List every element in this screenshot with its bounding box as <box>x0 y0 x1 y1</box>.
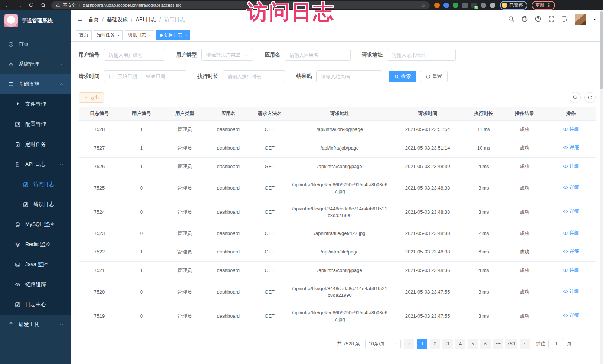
next-page-button[interactable]: › <box>520 339 530 349</box>
tab-job-log[interactable]: 调度日志× <box>125 30 154 40</box>
fullscreen-icon[interactable] <box>548 16 555 24</box>
user-type-select[interactable]: 请选择用户类型 <box>201 49 253 61</box>
font-size-icon[interactable] <box>561 16 568 24</box>
detail-link[interactable]: 详细 <box>563 248 579 255</box>
close-icon[interactable]: × <box>117 33 119 37</box>
filter-duration: 执行时长 <box>197 70 285 82</box>
more-pages-button[interactable]: ••• <box>493 339 503 349</box>
page-size-select[interactable]: 10条/页 <box>365 339 401 349</box>
detail-link[interactable]: 详细 <box>563 126 579 132</box>
app-logo-row[interactable]: 芋道管理系统 <box>0 10 71 31</box>
close-icon[interactable]: × <box>185 33 187 37</box>
sidebar-item-dev-tools[interactable]: 研发工具 <box>0 315 71 335</box>
sidebar-item-mysql[interactable]: MySQL 监控 <box>0 214 71 235</box>
extension-orange-icon[interactable] <box>434 3 440 8</box>
cell-duration: 4 ms <box>465 157 503 176</box>
breadcrumb-item[interactable]: 首页 <box>88 16 99 23</box>
sidebar-item-error-log[interactable]: 错误日志 <box>0 194 71 214</box>
date-range-separator: - <box>141 74 142 79</box>
browser-menu-icon[interactable]: ⋮ <box>547 3 551 8</box>
extension-grid-icon[interactable]: 翻 <box>471 3 477 8</box>
detail-link[interactable]: 详细 <box>563 144 579 151</box>
search-button[interactable]: 搜索 <box>389 71 416 82</box>
cell-action: 详细 <box>547 139 596 157</box>
edit-icon <box>15 302 20 308</box>
user-avatar[interactable] <box>575 14 586 25</box>
browser-update-button[interactable]: 更新 ⋮ <box>532 1 555 10</box>
extension-leaf-icon[interactable] <box>481 3 486 8</box>
cell-user-type: 管理员 <box>163 280 206 304</box>
detail-link[interactable]: 详细 <box>563 312 579 319</box>
sidebar-item-job[interactable]: 定时任务 <box>0 134 71 154</box>
docs-help-icon[interactable] <box>535 16 541 24</box>
sidebar-item-tracer[interactable]: 链路追踪 <box>0 275 71 295</box>
cell-id: 7520 <box>79 280 120 304</box>
sidebar-item-system[interactable]: 系统管理 <box>0 54 71 74</box>
address-bar[interactable]: 不安全 | dashboard.yudao.iocoder.cn/infra/l… <box>51 1 430 9</box>
sidebar-item-access-log[interactable]: 访问日志 <box>0 174 71 194</box>
filter-request-url-label: 请求地址 <box>362 52 383 58</box>
user-id-input[interactable] <box>104 49 165 61</box>
cell-id: 7521 <box>79 261 120 280</box>
export-button[interactable]: 导出 <box>79 92 104 103</box>
app-name-input[interactable] <box>285 49 351 61</box>
profile-chip[interactable]: 已暂停 <box>500 1 527 10</box>
detail-link-label: 详细 <box>570 208 579 215</box>
detail-link[interactable]: 详细 <box>563 288 579 295</box>
detail-link[interactable]: 详细 <box>563 184 579 191</box>
result-code-input[interactable] <box>316 70 382 82</box>
page-button-5[interactable]: 5 <box>468 339 478 349</box>
page-button-1[interactable]: 1 <box>417 339 427 349</box>
extension-green-icon[interactable] <box>453 3 458 8</box>
extension-pinwheel-icon[interactable] <box>490 3 495 8</box>
cell-method: GET <box>250 243 289 261</box>
page-button-3[interactable]: 3 <box>442 339 453 349</box>
github-icon[interactable] <box>521 16 528 24</box>
sidebar-item-home[interactable]: 首页 <box>0 34 71 54</box>
sidebar-item-java[interactable]: Java 监控 <box>0 255 71 275</box>
browser-forward-button[interactable]: → <box>16 2 23 8</box>
close-icon[interactable]: × <box>148 33 151 37</box>
reset-button[interactable]: 重置 <box>420 71 448 82</box>
detail-link[interactable]: 详细 <box>563 163 579 170</box>
sidebar-item-redis[interactable]: Redis 监控 <box>0 235 71 255</box>
sidebar-item-api-log[interactable]: API 日志 <box>0 154 71 174</box>
user-menu-caret-icon[interactable] <box>593 16 597 23</box>
sidebar-item-infra[interactable]: 基础设施 <box>0 74 71 94</box>
sidebar-item-config[interactable]: 配置管理 <box>0 114 71 134</box>
sidebar-item-file[interactable]: 文件管理 <box>0 94 71 114</box>
breadcrumb-item[interactable]: API 日志 <box>136 16 156 23</box>
detail-link[interactable]: 详细 <box>563 208 579 215</box>
detail-link[interactable]: 详细 <box>563 230 579 236</box>
request-url-input[interactable] <box>387 49 456 61</box>
page-button-6[interactable]: 6 <box>480 339 491 349</box>
browser-reload-button[interactable] <box>27 2 35 9</box>
detail-link[interactable]: 详细 <box>563 267 579 273</box>
page-button-4[interactable]: 4 <box>455 339 465 349</box>
page-button-753[interactable]: 753 <box>505 339 517 349</box>
toggle-search-button[interactable] <box>570 92 581 103</box>
bookmark-star-icon[interactable]: ☆ <box>421 3 425 8</box>
filter-result-code-label: 结果码 <box>296 73 312 80</box>
search-icon[interactable] <box>508 16 515 24</box>
browser-back-button[interactable]: ← <box>4 2 11 8</box>
extension-shield-icon[interactable] <box>443 3 449 8</box>
scrollbar-track[interactable] <box>600 10 603 364</box>
sidebar-toggle-icon[interactable] <box>76 16 83 23</box>
extension-grid-icon-badge: 翻 <box>474 6 478 9</box>
browser-home-button[interactable] <box>39 2 47 9</box>
breadcrumb-item[interactable]: 基础设施 <box>107 16 128 23</box>
tab-job[interactable]: 定时任务× <box>94 30 123 40</box>
duration-input[interactable] <box>223 70 285 82</box>
page-button-2[interactable]: 2 <box>430 339 440 349</box>
tab-access-log[interactable]: 访问日志× <box>156 30 190 40</box>
cell-user-id: 1 <box>120 157 163 176</box>
tab-home[interactable]: 首页 <box>76 30 92 40</box>
prev-page-button[interactable]: ‹ <box>404 339 414 349</box>
scrollbar-thumb[interactable] <box>600 11 603 89</box>
goto-page-input[interactable] <box>548 339 564 349</box>
extension-puzzle-icon[interactable] <box>462 3 468 8</box>
refresh-table-button[interactable] <box>584 92 596 103</box>
date-range-picker[interactable]: 开始日期 - 结束日期 <box>104 70 186 82</box>
sidebar-item-log-center[interactable]: 日志中心 <box>0 295 71 315</box>
